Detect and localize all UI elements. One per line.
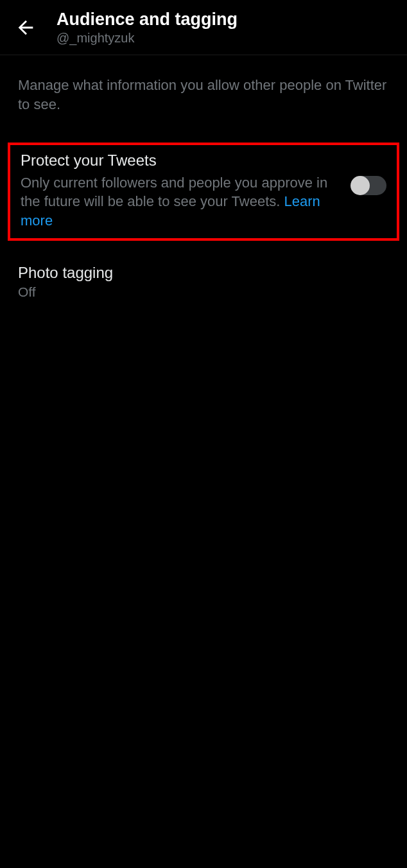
header: Audience and tagging @_mightyzuk [0,0,407,55]
protect-tweets-desc-text: Only current followers and people you ap… [21,175,327,210]
protect-tweets-toggle[interactable] [352,176,386,195]
photo-tagging-status: Off [18,284,389,300]
protect-tweets-description: Only current followers and people you ap… [21,173,340,230]
back-button[interactable] [10,12,41,43]
header-text: Audience and tagging @_mightyzuk [56,9,238,46]
page-title: Audience and tagging [56,9,238,30]
photo-tagging-setting[interactable]: Photo tagging Off [0,246,407,313]
settings-list: Protect your Tweets Only current followe… [0,137,407,313]
protect-tweets-row: Protect your Tweets Only current followe… [21,152,386,230]
protect-tweets-text: Protect your Tweets Only current followe… [21,152,352,230]
back-arrow-icon [15,17,37,39]
protect-tweets-title: Protect your Tweets [21,152,340,169]
protect-tweets-setting: Protect your Tweets Only current followe… [3,137,404,246]
photo-tagging-title: Photo tagging [18,264,389,282]
page-description: Manage what information you allow other … [0,55,407,137]
username-subtitle: @_mightyzuk [56,31,238,46]
toggle-knob [351,176,370,195]
